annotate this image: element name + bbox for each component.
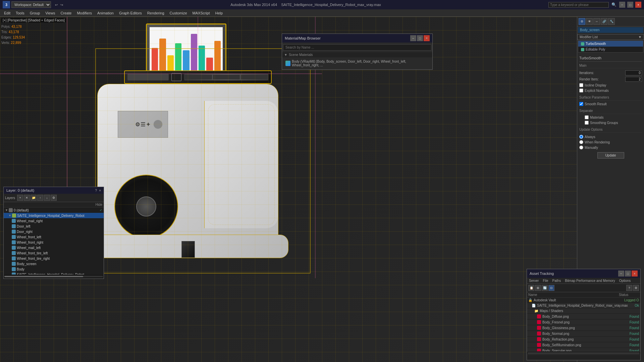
layers-close-button[interactable]: × <box>99 189 101 192</box>
materials-checkbox[interactable] <box>585 115 589 119</box>
layer-item-default[interactable]: ▼ 0 (default) ✓ <box>4 207 104 213</box>
layers-help-button[interactable]: ? <box>95 189 97 192</box>
asset-row-maps[interactable]: 📁 Maps / Shaders <box>527 308 640 314</box>
layer-item-wheel-mail-right[interactable]: Wheel_mail_right <box>4 218 104 224</box>
menu-create[interactable]: Create <box>58 10 74 16</box>
menu-graph-editors[interactable]: Graph Editors <box>116 10 145 16</box>
asset-toolbar-icon2[interactable]: ⊞ <box>535 285 541 291</box>
menu-help[interactable]: Help <box>213 10 226 16</box>
layer-expand-saite[interactable]: ▼ <box>8 214 11 217</box>
editable-poly-item[interactable]: Editable Poly <box>578 47 643 52</box>
rp-modifier-icon[interactable]: ⚙ <box>579 18 585 25</box>
material-search-input[interactable] <box>283 44 431 51</box>
close-button[interactable]: × <box>635 2 641 8</box>
asset-row-body-fresnel[interactable]: Body_Fresnel.png Found <box>527 319 640 325</box>
asset-menu-server[interactable]: Server <box>529 279 539 283</box>
maximize-button[interactable]: □ <box>627 2 633 8</box>
mat-close-button[interactable]: × <box>424 35 430 41</box>
asset-row-body-normal[interactable]: Body_Normal.png Found <box>527 331 640 337</box>
layers-down-button[interactable]: ↓ <box>44 195 50 201</box>
asset-row-body-selfillum[interactable]: Body_SelfIllumination.png Found <box>527 342 640 348</box>
menu-rendering[interactable]: Rendering <box>145 10 167 16</box>
layer-item-saite-full[interactable]: SAITE_Intelligence_Hospital_Delivery_Rob… <box>4 272 104 275</box>
menu-edit[interactable]: Edit <box>1 10 13 16</box>
rp-motion-icon[interactable]: ↔ <box>593 18 600 25</box>
workspace-selector[interactable]: Workspace: Default <box>11 1 51 8</box>
scene-materials-expand[interactable]: ▼ <box>284 53 287 57</box>
layers-list[interactable]: ▼ 0 (default) ✓ ▼ SAITE_Intelligence_Hos… <box>4 207 104 275</box>
menu-tools[interactable]: Tools <box>13 10 27 16</box>
minimize-button[interactable]: − <box>619 2 625 8</box>
asset-maximize-button[interactable]: □ <box>625 270 631 277</box>
menu-animation[interactable]: Animation <box>95 10 116 16</box>
mat-maximize-button[interactable]: □ <box>417 35 423 41</box>
asset-row-body-glossiness[interactable]: Body_Glossiness.png Found <box>527 325 640 331</box>
asset-scrollbar-h[interactable] <box>527 351 640 355</box>
always-row: Always <box>579 134 642 139</box>
asset-toolbar-icon4[interactable]: ⊟ <box>548 285 554 291</box>
turbosmooth-item[interactable]: TurboSmooth <box>578 41 643 47</box>
when-rendering-radio[interactable] <box>579 140 583 144</box>
menu-group[interactable]: Group <box>27 10 43 16</box>
always-radio[interactable] <box>579 135 583 139</box>
layer-item-door-left[interactable]: Door_left <box>4 224 104 229</box>
layer-item-door-right[interactable]: Door_right <box>4 229 104 234</box>
asset-toolbar-icon1[interactable]: 📋 <box>528 285 534 291</box>
iterations-input[interactable] <box>625 70 642 75</box>
menu-customize[interactable]: Customize <box>167 10 190 16</box>
asset-minimize-button[interactable]: − <box>618 270 624 277</box>
asset-row-vault[interactable]: 🔒 Autodesk Vault Logged O <box>527 298 640 303</box>
smoothing-groups-checkbox[interactable] <box>585 121 589 125</box>
layers-folder-button[interactable]: 📁 <box>31 195 37 201</box>
asset-rows[interactable]: 🔒 Autodesk Vault Logged O 📄 SAITE_Intell… <box>527 298 640 351</box>
layer-item-wheel-front-right[interactable]: Wheel_front_right <box>4 240 104 245</box>
asset-scrollbar-bottom[interactable] <box>527 355 640 360</box>
asset-row-body-refraction[interactable]: Body_Refraction.png Found <box>527 337 640 342</box>
asset-row-max-file[interactable]: 📄 SAITE_Intelligence_Hospital_Delivery_R… <box>527 303 640 308</box>
menu-modifiers[interactable]: Modifiers <box>74 10 95 16</box>
redo-icon[interactable]: ↪ <box>60 3 63 7</box>
mat-minimize-button[interactable]: − <box>410 35 416 41</box>
layer-item-body[interactable]: Body <box>4 266 104 272</box>
asset-menu-bitmap[interactable]: Bitmap Performance and Memory <box>565 279 615 283</box>
explicit-normals-checkbox[interactable] <box>579 88 583 93</box>
asset-row-body-specular[interactable]: Body_Specular.png Found <box>527 348 640 351</box>
material-item-body[interactable]: Body (VRayMtl) [Body, Body_screen, Door_… <box>282 59 432 68</box>
layers-settings-button[interactable]: ⚙ <box>51 195 57 201</box>
rp-display-icon[interactable]: 👁 <box>586 18 593 25</box>
material-scroll-area[interactable]: Body (VRayMtl) [Body, Body_screen, Door_… <box>282 57 432 69</box>
search-icon[interactable]: 🔍 <box>611 2 616 7</box>
menu-views[interactable]: Views <box>43 10 58 16</box>
asset-menu-file[interactable]: File <box>543 279 548 283</box>
menu-maxscript[interactable]: MAXScript <box>190 10 213 16</box>
search-input[interactable] <box>548 2 609 8</box>
asset-toolbar-icon3[interactable]: 🔄 <box>542 285 548 291</box>
layers-delete-button[interactable]: ✕ <box>24 195 30 201</box>
layers-add-button[interactable]: + <box>17 195 23 201</box>
isoline-display-checkbox[interactable] <box>579 83 583 87</box>
undo-icon[interactable]: ↩ <box>55 3 58 7</box>
layer-item-wheel-front-tire-left[interactable]: Wheel_front_tire_left <box>4 250 104 256</box>
asset-menu-options[interactable]: Options <box>619 279 631 283</box>
smooth-result-checkbox[interactable] <box>579 102 583 106</box>
asset-toolbar-help[interactable]: ? <box>626 285 632 291</box>
render-iters-input[interactable] <box>625 77 642 82</box>
asset-toolbar-right: ? ⚙ <box>626 285 639 291</box>
layer-expand-default[interactable]: ▼ <box>5 208 8 212</box>
layer-item-body-screen[interactable]: Body_screen <box>4 261 104 266</box>
rp-hierarchy-icon[interactable]: 🔗 <box>601 18 607 25</box>
layers-up-button[interactable]: ↑ <box>37 195 43 201</box>
asset-menu-paths[interactable]: Paths <box>552 279 561 283</box>
layer-item-saite[interactable]: ▼ SAITE_Intelligence_Hospital_Delivery_R… <box>4 213 104 218</box>
asset-close-button[interactable]: × <box>632 270 638 277</box>
layers-scrollbar[interactable] <box>4 275 104 279</box>
layer-item-wheel-front-tire-right[interactable]: Wheel_front_tire_right <box>4 256 104 261</box>
manually-radio[interactable] <box>579 145 583 149</box>
asset-row-body-diffuse[interactable]: Body_Diffuse.png Found <box>527 314 640 319</box>
asset-toolbar-settings[interactable]: ⚙ <box>633 285 639 291</box>
layer-item-wheel-mail-left[interactable]: Wheel_mail_left <box>4 245 104 250</box>
modifier-list-header[interactable]: Modifier List ▼ <box>577 34 644 40</box>
update-button[interactable]: Update <box>597 152 624 159</box>
layer-item-wheel-front-left[interactable]: Wheel_front_left <box>4 234 104 240</box>
rp-utility-icon[interactable]: 🔧 <box>608 18 615 25</box>
